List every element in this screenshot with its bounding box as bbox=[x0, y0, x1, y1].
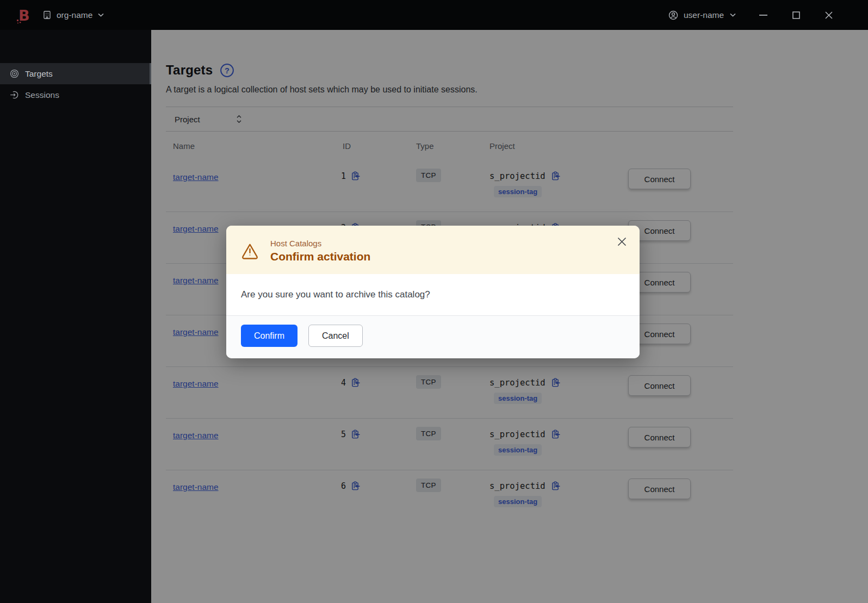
org-switcher[interactable]: org-name bbox=[42, 0, 104, 30]
close-window-button[interactable] bbox=[818, 0, 840, 30]
svg-text:B: B bbox=[18, 7, 30, 24]
app-window: B org-name bbox=[0, 0, 868, 603]
warning-icon bbox=[241, 242, 259, 260]
target-icon bbox=[10, 69, 19, 78]
maximize-button[interactable] bbox=[785, 0, 807, 30]
sidebar: Targets Sessions bbox=[0, 30, 151, 603]
sidebar-item-label: Sessions bbox=[25, 90, 59, 100]
dialog-header: Host Catalogs Confirm activation bbox=[226, 226, 640, 274]
sidebar-item-sessions[interactable]: Sessions bbox=[0, 84, 151, 105]
chevron-down-icon bbox=[730, 13, 736, 17]
confirm-dialog: Host Catalogs Confirm activation Are you… bbox=[226, 226, 640, 358]
confirm-button[interactable]: Confirm bbox=[241, 325, 297, 347]
dialog-body-text: Are you sure you want to archive this ca… bbox=[226, 274, 640, 315]
session-login-icon bbox=[10, 90, 19, 100]
cancel-button[interactable]: Cancel bbox=[308, 325, 363, 347]
user-menu[interactable]: user-name bbox=[668, 0, 736, 30]
chevron-down-icon bbox=[98, 13, 104, 17]
dialog-close-button[interactable] bbox=[615, 234, 629, 248]
dialog-title: Confirm activation bbox=[270, 250, 370, 263]
boundary-logo-icon: B bbox=[15, 6, 34, 24]
user-name: user-name bbox=[684, 10, 724, 20]
org-icon bbox=[42, 10, 52, 20]
sidebar-item-label: Targets bbox=[25, 69, 53, 79]
title-bar: B org-name bbox=[0, 0, 868, 30]
user-avatar-icon bbox=[668, 10, 679, 21]
sidebar-item-targets[interactable]: Targets bbox=[0, 63, 151, 84]
dialog-footer: Confirm Cancel bbox=[226, 315, 640, 358]
dialog-context-label: Host Catalogs bbox=[270, 239, 370, 248]
minimize-button[interactable] bbox=[752, 0, 774, 30]
org-name: org-name bbox=[57, 10, 92, 20]
